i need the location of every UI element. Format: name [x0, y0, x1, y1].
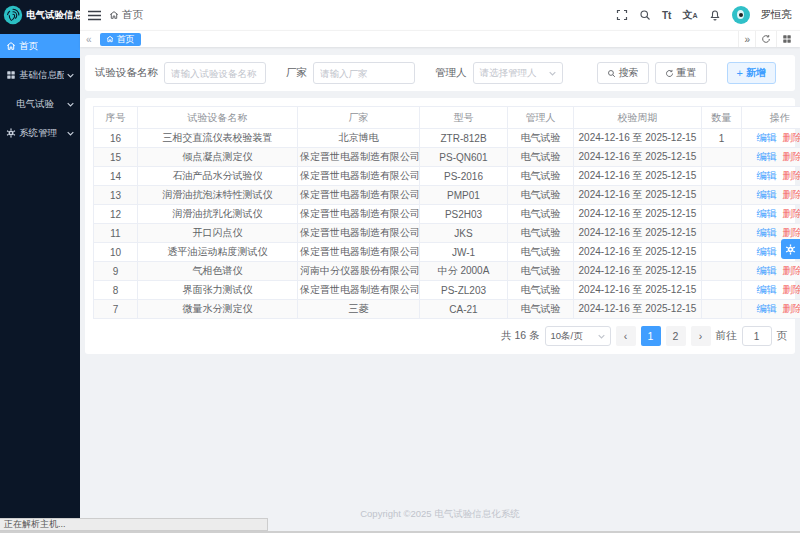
- manufacturer-input[interactable]: [313, 62, 415, 84]
- cell-manager: 电气试验: [508, 281, 574, 300]
- table-row: 15 倾点凝点测定仪 保定晋世电器制造有限公司 PS-QN601 电气试验 20…: [94, 148, 800, 167]
- chevron-down-icon: [598, 334, 605, 339]
- goto-page-input[interactable]: [742, 326, 772, 346]
- edit-link[interactable]: 编辑: [757, 303, 777, 314]
- cell-name: 倾点凝点测定仪: [138, 148, 298, 167]
- sidebar-item-label: 基础信息配置: [19, 69, 64, 82]
- cell-ops: 编辑删除: [742, 167, 800, 186]
- cell-period: 2024-12-16 至 2025-12-15: [574, 167, 702, 186]
- manager-select[interactable]: 请选择管理人: [473, 62, 563, 84]
- edit-link[interactable]: 编辑: [757, 189, 777, 200]
- col-header-manager: 管理人: [508, 107, 574, 129]
- edit-link[interactable]: 编辑: [757, 246, 777, 257]
- collapse-tabs-icon[interactable]: «: [83, 34, 95, 45]
- fullscreen-icon[interactable]: [616, 9, 628, 21]
- delete-link[interactable]: 删除: [783, 284, 800, 295]
- cell-manufacturer: 保定晋世电器制造有限公司: [298, 167, 420, 186]
- cell-manager: 电气试验: [508, 129, 574, 148]
- page-button-2[interactable]: 2: [666, 326, 686, 346]
- edit-link[interactable]: 编辑: [757, 170, 777, 181]
- delete-link[interactable]: 删除: [783, 170, 800, 181]
- edit-link[interactable]: 编辑: [757, 132, 777, 143]
- app-logo: 电气试验信息化: [0, 0, 80, 30]
- delete-link[interactable]: 删除: [783, 208, 800, 219]
- col-header-manufacturer: 厂家: [298, 107, 420, 129]
- search-button-label: 搜索: [619, 66, 639, 80]
- next-page-button[interactable]: ›: [691, 326, 711, 346]
- cell-period: 2024-12-16 至 2025-12-15: [574, 186, 702, 205]
- sidebar-item-label: 系统管理: [19, 127, 57, 140]
- device-name-label: 试验设备名称: [95, 66, 158, 80]
- edit-link[interactable]: 编辑: [757, 284, 777, 295]
- plus-icon: +: [737, 67, 743, 79]
- cell-period: 2024-12-16 至 2025-12-15: [574, 148, 702, 167]
- prev-page-button[interactable]: ‹: [616, 326, 636, 346]
- refresh-icon[interactable]: [755, 31, 776, 47]
- table-row: 16 三相交直流仪表校验装置 北京博电 ZTR-812B 电气试验 2024-1…: [94, 129, 800, 148]
- sidebar-item-system-admin[interactable]: 系统管理: [0, 121, 80, 145]
- tabbar-actions: »: [738, 31, 797, 47]
- breadcrumb: 首页: [109, 8, 143, 22]
- theme-settings-button[interactable]: [781, 239, 800, 259]
- user-avatar[interactable]: [732, 6, 750, 24]
- cell-no: 8: [94, 281, 138, 300]
- cell-manager: 电气试验: [508, 205, 574, 224]
- navbar-actions: Tt 文A 罗恒亮: [616, 6, 792, 24]
- reset-button-label: 重置: [677, 66, 697, 80]
- cell-period: 2024-12-16 至 2025-12-15: [574, 129, 702, 148]
- sidebar-item-home[interactable]: 首页: [0, 34, 80, 58]
- translate-cn: 文: [682, 8, 692, 22]
- cell-no: 14: [94, 167, 138, 186]
- edit-link[interactable]: 编辑: [757, 265, 777, 276]
- cell-ops: 编辑删除: [742, 281, 800, 300]
- edit-link[interactable]: 编辑: [757, 227, 777, 238]
- cell-manufacturer: 北京博电: [298, 129, 420, 148]
- expand-tabs-icon[interactable]: »: [738, 31, 755, 47]
- tab-label: 首页: [117, 33, 135, 46]
- edit-link[interactable]: 编辑: [757, 151, 777, 162]
- gear-icon: [6, 128, 16, 138]
- equipment-table-card: 序号 试验设备名称 厂家 型号 管理人 校验周期 数量 操作 16: [85, 98, 795, 354]
- hamburger-menu-icon[interactable]: [88, 10, 101, 21]
- page-size-select[interactable]: 10条/页: [545, 326, 611, 346]
- table-row: 7 微量水分测定仪 三菱 CA-21 电气试验 2024-12-16 至 202…: [94, 300, 800, 319]
- cell-model: ZTR-812B: [420, 129, 508, 148]
- sidebar-item-electrical-test[interactable]: 电气试验: [0, 92, 80, 116]
- cell-qty: [702, 262, 742, 281]
- sidebar-item-basic-config[interactable]: 基础信息配置: [0, 63, 80, 87]
- add-button[interactable]: + 新增: [727, 62, 776, 84]
- page-button-1[interactable]: 1: [641, 326, 661, 346]
- tab-home[interactable]: 首页: [100, 33, 141, 46]
- delete-link[interactable]: 删除: [783, 227, 800, 238]
- table-row: 10 透平油运动粘度测试仪 保定晋世电器制造有限公司 JW-1 电气试验 202…: [94, 243, 800, 262]
- edit-link[interactable]: 编辑: [757, 208, 777, 219]
- delete-link[interactable]: 删除: [783, 151, 800, 162]
- cell-qty: [702, 205, 742, 224]
- device-name-input[interactable]: [164, 62, 266, 84]
- delete-link[interactable]: 删除: [783, 132, 800, 143]
- reset-button[interactable]: 重置: [655, 62, 707, 84]
- cell-qty: 1: [702, 129, 742, 148]
- username[interactable]: 罗恒亮: [761, 8, 793, 22]
- search-icon[interactable]: [639, 9, 651, 21]
- sidebar-menu: 首页 基础信息配置 电气试验 系统管理: [0, 34, 80, 150]
- delete-link[interactable]: 删除: [783, 303, 800, 314]
- search-icon: [607, 69, 616, 78]
- translate-icon[interactable]: 文A: [682, 8, 697, 22]
- layout-grid-icon[interactable]: [776, 31, 797, 47]
- cell-qty: [702, 281, 742, 300]
- cell-period: 2024-12-16 至 2025-12-15: [574, 243, 702, 262]
- cell-manager: 电气试验: [508, 262, 574, 281]
- col-header-ops: 操作: [742, 107, 800, 129]
- chevron-down-icon: [67, 102, 74, 107]
- search-button[interactable]: 搜索: [597, 62, 649, 84]
- breadcrumb-item: 首页: [122, 8, 143, 22]
- delete-link[interactable]: 删除: [783, 189, 800, 200]
- cell-name: 三相交直流仪表校验装置: [138, 129, 298, 148]
- bell-icon[interactable]: [709, 9, 721, 22]
- browser-status-bar: 正在解析主机...: [0, 518, 268, 531]
- delete-link[interactable]: 删除: [783, 265, 800, 276]
- font-size-icon[interactable]: Tt: [662, 10, 671, 21]
- col-header-qty: 数量: [702, 107, 742, 129]
- cell-manufacturer: 保定晋世电器制造有限公司: [298, 243, 420, 262]
